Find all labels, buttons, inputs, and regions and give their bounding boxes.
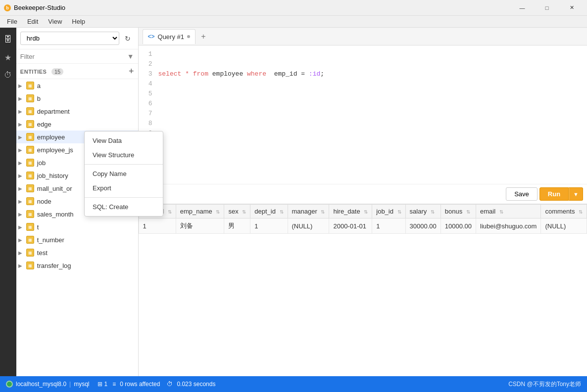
entity-item-t-number[interactable]: ▶ ▦ t_number bbox=[16, 233, 138, 246]
chevron-icon: ▶ bbox=[18, 96, 26, 101]
ctx-sql-create[interactable]: SQL: Create bbox=[85, 200, 163, 214]
database-select[interactable]: hrdb bbox=[20, 32, 119, 45]
entity-name: employee bbox=[37, 133, 65, 141]
col-job-id[interactable]: job_id ⇅ bbox=[372, 205, 405, 218]
entity-item-b[interactable]: ▶ ▦ b bbox=[16, 92, 138, 105]
entity-item-transfer-log[interactable]: ▶ ▦ transfer_log bbox=[16, 259, 138, 272]
query-tab-label: Query #1 bbox=[158, 33, 184, 41]
close-button[interactable]: ✕ bbox=[560, 0, 583, 16]
sidebar-icons: 🗄 ★ ⏱ bbox=[0, 28, 16, 376]
add-entity-button[interactable]: + bbox=[129, 67, 134, 76]
app-icon: b bbox=[4, 4, 11, 11]
ctx-view-data[interactable]: View Data bbox=[85, 133, 163, 148]
entities-header: ENTITIES 15 + bbox=[16, 64, 138, 79]
connection-info[interactable]: localhost_mysql8.0 | mysql bbox=[6, 381, 90, 388]
col-emp-name[interactable]: emp_name ⇅ bbox=[176, 205, 224, 218]
chevron-icon: ▶ bbox=[18, 83, 26, 88]
entity-item-edge[interactable]: ▶ ▦ edge bbox=[16, 118, 138, 131]
table-icon: ▦ bbox=[26, 133, 34, 141]
table-icon: ▦ bbox=[26, 197, 34, 205]
table-row[interactable]: 1 刘备 男 1 (NULL) 2000-01-01 1 30000.00 10… bbox=[139, 218, 587, 234]
entity-item-a[interactable]: ▶ ▦ a bbox=[16, 79, 138, 92]
filter-icon: ▼ bbox=[127, 52, 134, 60]
col-comments[interactable]: comments ⇅ bbox=[541, 205, 587, 218]
code-content[interactable]: select * from employee where emp_id = :i… bbox=[158, 49, 587, 180]
code-line-1: select * from employee where emp_id = :i… bbox=[158, 69, 587, 79]
query-tabs: <> Query #1 + bbox=[139, 28, 587, 45]
sort-icon: ⇅ bbox=[321, 209, 325, 215]
rows-affected-info: ⊞ 1 ≡ 0 rows affected ⏱ 0.023 seconds bbox=[98, 381, 216, 388]
table-header-row: emp_id ⇅ emp_name ⇅ sex ⇅ dept_id ⇅ mana… bbox=[139, 205, 587, 218]
sort-icon: ⇅ bbox=[242, 209, 246, 215]
chevron-icon: ▶ bbox=[18, 122, 26, 127]
cell-comments: (NULL) bbox=[541, 218, 587, 234]
entity-item-test[interactable]: ▶ ▦ test bbox=[16, 246, 138, 259]
table-icon: ▦ bbox=[26, 94, 34, 102]
cell-sex: 男 bbox=[224, 218, 250, 234]
entity-name: a bbox=[37, 82, 41, 89]
run-button[interactable]: Run bbox=[539, 187, 569, 201]
time-icon: ⏱ bbox=[167, 381, 173, 388]
ctx-copy-name[interactable]: Copy Name bbox=[85, 167, 163, 181]
table-icon: ▦ bbox=[26, 82, 34, 89]
sort-icon: ⇅ bbox=[216, 209, 220, 215]
save-button[interactable]: Save bbox=[506, 187, 538, 201]
table-icon: ▦ bbox=[26, 120, 34, 128]
table-icon: ▦ bbox=[26, 223, 34, 231]
chevron-icon: ▶ bbox=[18, 160, 26, 166]
run-dropdown-button[interactable]: ▼ bbox=[569, 187, 583, 201]
database-icon[interactable]: 🗄 bbox=[0, 32, 16, 47]
ctx-divider-2 bbox=[85, 197, 163, 198]
maximize-button[interactable]: □ bbox=[536, 0, 558, 16]
sort-icon: ⇅ bbox=[579, 209, 583, 215]
history-icon[interactable]: ⏱ bbox=[0, 67, 16, 83]
filter-input[interactable] bbox=[20, 53, 125, 60]
col-sex[interactable]: sex ⇅ bbox=[224, 205, 250, 218]
cell-hire-date: 2000-01-01 bbox=[329, 218, 372, 234]
minimize-button[interactable]: — bbox=[511, 0, 534, 16]
entity-item-department[interactable]: ▶ ▦ department bbox=[16, 105, 138, 118]
col-salary[interactable]: salary ⇅ bbox=[405, 205, 440, 218]
star-icon[interactable]: ★ bbox=[0, 49, 16, 65]
entity-name: node bbox=[37, 198, 51, 205]
entity-name: job_history bbox=[37, 172, 68, 179]
col-manager[interactable]: manager ⇅ bbox=[288, 205, 329, 218]
col-dept-id[interactable]: dept_id ⇅ bbox=[250, 205, 288, 218]
filter-bar: ▼ bbox=[16, 49, 138, 64]
menu-view[interactable]: View bbox=[43, 17, 67, 26]
menu-file[interactable]: File bbox=[2, 17, 22, 26]
menu-help[interactable]: Help bbox=[67, 17, 90, 26]
cell-email: liubei@shuguo.com bbox=[476, 218, 541, 234]
watermark: CSDN @不剪发的Tony老师 bbox=[508, 380, 581, 389]
sort-icon: ⇅ bbox=[466, 209, 470, 215]
entity-name: t bbox=[37, 223, 39, 231]
entity-item-t[interactable]: ▶ ▦ t bbox=[16, 220, 138, 233]
col-hire-date[interactable]: hire_date ⇅ bbox=[329, 205, 372, 218]
chevron-icon: ▶ bbox=[18, 186, 26, 191]
refresh-button[interactable]: ↻ bbox=[121, 32, 134, 45]
table-icon: ⊞ bbox=[98, 381, 102, 388]
ctx-export[interactable]: Export bbox=[85, 181, 163, 195]
col-bonus[interactable]: bonus ⇅ bbox=[440, 205, 476, 218]
add-query-tab-button[interactable]: + bbox=[197, 31, 209, 43]
query-tab-1[interactable]: <> Query #1 bbox=[143, 29, 196, 44]
sort-icon: ⇅ bbox=[499, 209, 503, 215]
results-container[interactable]: emp_id ⇅ emp_name ⇅ sex ⇅ dept_id ⇅ mana… bbox=[139, 204, 587, 376]
sort-icon: ⇅ bbox=[280, 209, 284, 215]
cell-job-id: 1 bbox=[372, 218, 405, 234]
table-icon: ▦ bbox=[26, 249, 34, 257]
titlebar: b Beekeeper-Studio — □ ✕ bbox=[0, 0, 587, 16]
chevron-icon: ▶ bbox=[18, 224, 26, 230]
chevron-icon: ▶ bbox=[18, 173, 26, 178]
chevron-icon: ▶ bbox=[18, 134, 26, 140]
window-controls: — □ ✕ bbox=[511, 0, 583, 16]
entities-label: ENTITIES bbox=[20, 69, 47, 75]
col-email[interactable]: email ⇅ bbox=[476, 205, 541, 218]
db-selector: hrdb ↻ bbox=[16, 28, 138, 49]
cell-emp-id: 1 bbox=[139, 218, 176, 234]
entity-name: transfer_log bbox=[37, 262, 71, 269]
context-menu: View Data View Structure Copy Name Expor… bbox=[84, 131, 163, 217]
ctx-view-structure[interactable]: View Structure bbox=[85, 148, 163, 162]
menu-edit[interactable]: Edit bbox=[22, 17, 43, 26]
code-editor[interactable]: 1234 56789 select * from employee where … bbox=[139, 45, 587, 184]
